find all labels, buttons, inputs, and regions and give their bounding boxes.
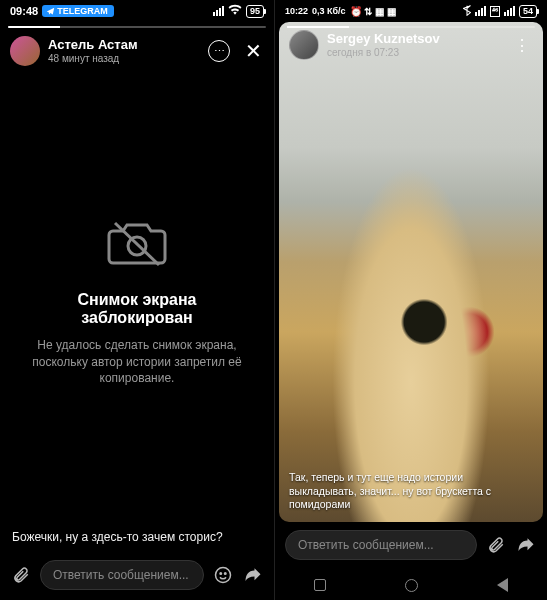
avatar[interactable] — [10, 36, 40, 66]
user-name[interactable]: Sergey Kuznetsov — [327, 32, 440, 46]
reply-bar: Ответить сообщением... — [0, 552, 274, 600]
svg-point-3 — [220, 573, 222, 575]
attach-icon[interactable] — [485, 534, 507, 556]
story-header: Астель Астам 48 минут назад ⋯ ✕ — [0, 28, 274, 74]
attach-icon[interactable] — [10, 564, 32, 586]
status-time: 09:48 — [10, 5, 38, 17]
avatar[interactable] — [289, 30, 319, 60]
user-name[interactable]: Астель Астам — [48, 38, 138, 52]
close-icon[interactable]: ✕ — [242, 40, 264, 62]
status-net: 0,3 Кб/с — [312, 6, 346, 16]
reply-input[interactable]: Ответить сообщением... — [285, 530, 477, 560]
android-nav-bar — [275, 570, 547, 600]
more-icon[interactable]: ⋯ — [208, 40, 230, 62]
status-time: 10:22 — [285, 6, 308, 16]
left-phone: 09:48 TELEGRAM 95 Астель Астам 48 минут … — [0, 0, 274, 600]
status-bar-left: 09:48 TELEGRAM 95 — [0, 0, 274, 22]
story-caption: Божечки, ну а здесь-то зачем сторис? — [0, 530, 274, 552]
reply-bar: Ответить сообщением... — [275, 522, 547, 570]
blocked-title: Снимок экрана заблокирован — [22, 291, 252, 327]
reply-input[interactable]: Ответить сообщением... — [40, 560, 204, 590]
signal-icon — [475, 6, 486, 16]
svg-line-1 — [115, 223, 159, 265]
nav-back-icon[interactable] — [497, 578, 508, 592]
right-phone: 10:22 0,3 Кб/с ⏰ ⇅ ▦ ▦ ⁴⁶ 54 Sergey Kuzn… — [274, 0, 547, 600]
battery-indicator: 54 — [519, 5, 537, 18]
bluetooth-icon — [463, 5, 471, 18]
story-header: Sergey Kuznetsov сегодня в 07:23 ⋮ — [279, 22, 543, 68]
share-icon[interactable] — [515, 534, 537, 556]
signal-icon-2 — [504, 6, 515, 16]
story-caption: Так, теперь и тут еще надо истории выкла… — [289, 471, 533, 512]
status-bar-right: 10:22 0,3 Кб/с ⏰ ⇅ ▦ ▦ ⁴⁶ 54 — [275, 0, 547, 22]
story-time: сегодня в 07:23 — [327, 47, 440, 58]
svg-point-2 — [216, 568, 231, 583]
nav-recent-icon[interactable] — [314, 579, 326, 591]
blocked-description: Не удалось сделать снимок экрана, поскол… — [22, 337, 252, 387]
story-image[interactable]: Sergey Kuznetsov сегодня в 07:23 ⋮ Так, … — [279, 22, 543, 522]
wifi-icon — [228, 4, 242, 18]
svg-point-4 — [225, 573, 227, 575]
story-time: 48 минут назад — [48, 53, 138, 64]
more-icon[interactable]: ⋮ — [511, 34, 533, 56]
share-icon[interactable] — [242, 564, 264, 586]
telegram-pill[interactable]: TELEGRAM — [42, 5, 114, 17]
emoji-icon[interactable] — [212, 564, 234, 586]
camera-blocked-icon — [105, 217, 169, 273]
battery-indicator: 95 — [246, 5, 264, 18]
volte-icon: ⁴⁶ — [490, 6, 500, 17]
blocked-screenshot-panel: Снимок экрана заблокирован Не удалось сд… — [0, 74, 274, 530]
status-icons: ⏰ ⇅ ▦ ▦ — [350, 6, 396, 17]
signal-icon — [213, 6, 224, 16]
nav-home-icon[interactable] — [405, 579, 418, 592]
